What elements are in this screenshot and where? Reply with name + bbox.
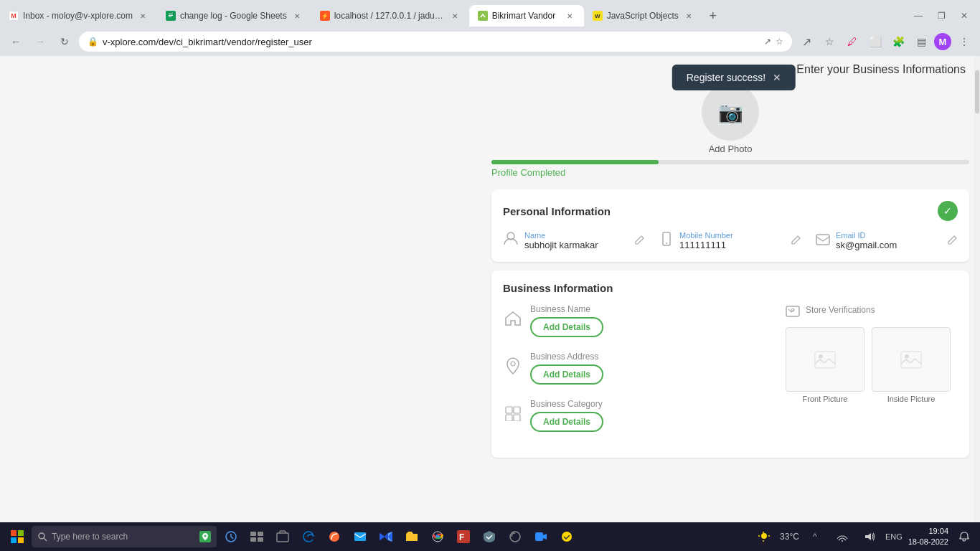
svg-rect-10 xyxy=(506,407,512,413)
tab-gmail-label: Inbox - moloy@v-xplore.com xyxy=(23,11,133,21)
taskbar-edge-icon[interactable] xyxy=(297,525,320,548)
tab-localhost-label: localhost / 127.0.0.1 / jaduri... xyxy=(334,11,445,21)
date: 18-08-2022 xyxy=(908,537,948,547)
star-icon[interactable]: ☆ xyxy=(776,37,783,47)
taskbar-search-input[interactable] xyxy=(52,532,195,542)
extensions-icon[interactable]: ↗ xyxy=(796,32,816,52)
tab-js-favicon: W xyxy=(593,11,603,21)
refresh-button[interactable]: ↻ xyxy=(55,32,75,52)
taskbar-chrome-icon[interactable] xyxy=(426,525,449,548)
business-name-item: Business Name Add Details xyxy=(503,304,771,337)
taskbar-antivirus-icon[interactable] xyxy=(478,525,501,548)
highlighter-icon[interactable]: 🖊 xyxy=(842,32,862,52)
mobile-edit-icon[interactable] xyxy=(791,235,801,247)
puzzle-icon[interactable]: 🧩 xyxy=(888,32,908,52)
store-images: Front Picture Inside Picture xyxy=(786,327,958,403)
tab-localhost-close[interactable]: ✕ xyxy=(449,10,461,22)
camera-icon: 📷 xyxy=(718,100,743,124)
page-header-title: Enter your Business Informations xyxy=(796,63,966,75)
business-category-add-button[interactable]: Add Details xyxy=(530,412,603,432)
svg-rect-8 xyxy=(816,235,829,245)
inside-picture-caption: Inside Picture xyxy=(872,395,951,403)
photo-upload-button[interactable]: 📷 xyxy=(702,83,759,141)
email-info-item: Email ID sk@gmail.com xyxy=(816,231,958,250)
svg-rect-21 xyxy=(18,530,24,536)
start-button[interactable] xyxy=(6,525,29,548)
taskbar-store-icon[interactable] xyxy=(271,525,294,548)
tab-gmail[interactable]: M Inbox - moloy@v-xplore.com ✕ xyxy=(0,5,157,27)
store-verif-label: Store Verifications xyxy=(806,305,875,315)
restore-button[interactable]: ❒ xyxy=(931,6,951,26)
toast-close-button[interactable]: ✕ xyxy=(773,72,781,83)
svg-rect-31 xyxy=(250,537,256,542)
business-name-add-button[interactable]: Add Details xyxy=(530,317,603,337)
close-button[interactable]: ✕ xyxy=(954,6,974,26)
network-icon[interactable] xyxy=(831,525,854,548)
scrollbar-thumb[interactable] xyxy=(975,70,979,113)
svg-rect-32 xyxy=(258,537,263,542)
taskbar-norton-icon[interactable] xyxy=(555,525,578,548)
tab-sheets[interactable]: change log - Google Sheets ✕ xyxy=(157,5,311,27)
progress-label: Profile Completed xyxy=(491,167,969,178)
forward-button[interactable]: → xyxy=(30,32,50,52)
tab-localhost[interactable]: ⚡ localhost / 127.0.0.1 / jaduri... ✕ xyxy=(311,5,469,27)
show-hidden-icons[interactable]: ^ xyxy=(804,525,826,548)
front-picture-item: Front Picture xyxy=(786,327,864,403)
taskbar-task-view[interactable] xyxy=(245,525,268,548)
category-icon xyxy=(503,405,523,425)
tab-js[interactable]: W JavaScript Objects ✕ xyxy=(584,5,703,27)
tab-sheets-close[interactable]: ✕ xyxy=(291,10,303,22)
taskbar-zoom-icon[interactable] xyxy=(529,525,552,548)
sidebar-icon[interactable]: ▤ xyxy=(911,32,931,52)
location-icon xyxy=(503,357,523,379)
tab-gmail-close[interactable]: ✕ xyxy=(137,10,149,22)
url-bar[interactable]: 🔒 v-xplore.com/dev/ci_bikrimart/vendor/r… xyxy=(79,32,792,52)
language-display: ENG xyxy=(885,532,903,541)
taskbar-right: 33°C ^ ENG 19:04 xyxy=(753,525,974,548)
svg-rect-11 xyxy=(514,407,520,413)
toast-notification: Register success! ✕ xyxy=(672,65,796,90)
taskbar-vscode-icon[interactable] xyxy=(374,525,397,548)
svg-rect-35 xyxy=(354,532,366,541)
taskbar-vpn-icon[interactable] xyxy=(504,525,527,548)
taskbar-spline-icon[interactable] xyxy=(323,525,346,548)
business-address-add-button[interactable]: Add Details xyxy=(530,364,603,385)
svg-rect-20 xyxy=(11,530,17,536)
name-edit-icon[interactable] xyxy=(635,235,645,247)
back-button[interactable]: ← xyxy=(6,32,26,52)
business-category-item: Business Category Add Details xyxy=(503,399,771,432)
personal-info-title: Personal Information xyxy=(503,205,611,217)
front-picture-box[interactable] xyxy=(786,327,864,392)
svg-rect-3 xyxy=(169,17,171,17)
screenshot-icon[interactable]: ⬜ xyxy=(865,32,885,52)
email-edit-icon[interactable] xyxy=(948,235,958,247)
minimize-button[interactable]: — xyxy=(908,6,928,26)
business-info-header: Business Information xyxy=(503,282,958,294)
taskbar-search[interactable] xyxy=(32,526,217,547)
bookmark-icon[interactable]: ☆ xyxy=(819,32,839,52)
business-right: Store Verifications Front Pict xyxy=(786,304,958,446)
window-controls: — ❒ ✕ xyxy=(908,6,980,26)
tab-bikrimart[interactable]: Bikrimart Vandor ✕ xyxy=(469,5,584,27)
tab-bikrimart-close[interactable]: ✕ xyxy=(564,10,575,22)
inside-picture-box[interactable] xyxy=(872,327,951,392)
profile-avatar[interactable]: M xyxy=(934,33,951,50)
taskbar-weather-icon[interactable] xyxy=(753,525,776,548)
personal-info-row: Name subhojit karmakar xyxy=(503,231,958,250)
menu-icon[interactable]: ⋮ xyxy=(954,32,974,52)
new-tab-button[interactable]: + xyxy=(703,6,723,26)
time-display[interactable]: 19:04 18-08-2022 xyxy=(908,526,948,548)
volume-icon[interactable] xyxy=(858,525,881,548)
home-icon xyxy=(503,311,523,331)
personal-info-header: Personal Information ✓ xyxy=(503,201,958,221)
email-label: Email ID xyxy=(836,231,942,240)
taskbar-mail-icon[interactable] xyxy=(349,525,372,548)
svg-point-48 xyxy=(842,540,843,542)
tab-js-close[interactable]: ✕ xyxy=(683,10,694,22)
taskbar-files-icon[interactable] xyxy=(400,525,423,548)
svg-point-7 xyxy=(666,242,667,244)
taskbar-filezilla-icon[interactable]: F xyxy=(452,525,475,548)
svg-rect-22 xyxy=(11,537,17,543)
taskbar-search-widget[interactable] xyxy=(220,525,242,548)
notification-icon[interactable] xyxy=(954,527,974,547)
